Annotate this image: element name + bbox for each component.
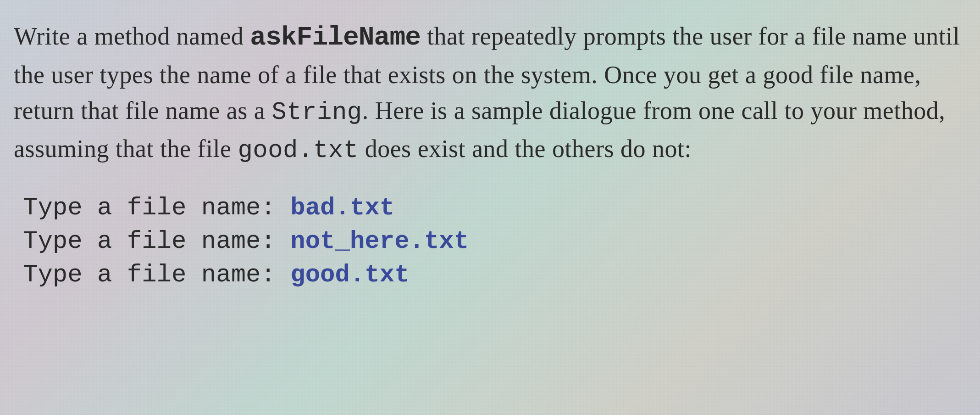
problem-statement: Write a method named askFileName that re… — [14, 18, 966, 292]
prompt-text-1: Type a file name: — [23, 194, 290, 222]
good-file-code: good.txt — [238, 136, 358, 164]
user-input-1: bad.txt — [290, 194, 394, 222]
description-paragraph: Write a method named askFileName that re… — [14, 18, 966, 168]
prompt-text-3: Type a file name: — [23, 261, 290, 289]
text-segment-1: Write a method named — [14, 22, 250, 50]
dialogue-line-2: Type a file name: not_here.txt — [23, 225, 966, 258]
dialogue-line-3: Type a file name: good.txt — [23, 258, 966, 292]
user-input-3: good.txt — [290, 261, 409, 289]
prompt-text-2: Type a file name: — [23, 227, 290, 255]
sample-dialogue: Type a file name: bad.txt Type a file na… — [14, 191, 966, 292]
return-type-code: String — [271, 98, 362, 126]
method-name-code: askFileName — [250, 22, 421, 52]
text-segment-4: does exist and the others do not: — [359, 135, 692, 163]
user-input-2: not_here.txt — [290, 227, 469, 255]
dialogue-line-1: Type a file name: bad.txt — [23, 191, 966, 225]
